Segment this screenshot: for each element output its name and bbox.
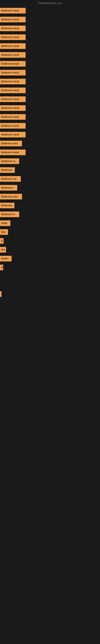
- bar-row: Bottleneck result: [0, 69, 100, 76]
- bars-container: Bottleneck resultBottleneck resultBottle…: [0, 6, 100, 317]
- bottleneck-bar[interactable]: Bottleneck result: [0, 96, 26, 102]
- bottleneck-bar[interactable]: Bottleneck re: [0, 158, 19, 164]
- bottleneck-bar[interactable]: Bottleneck result: [0, 114, 26, 120]
- bottleneck-bar[interactable]: Bottle: [0, 220, 10, 226]
- bar-label: Bottleneck result: [1, 151, 19, 154]
- bar-label: Bottleneck result: [1, 71, 19, 74]
- bottleneck-bar[interactable]: Bottleneck res: [0, 176, 21, 182]
- bar-label: Bottleneck result: [1, 116, 19, 118]
- bar-row: Bottleneck result: [0, 96, 100, 103]
- bar-label: Bottleneck result: [1, 124, 19, 127]
- bottleneck-bar[interactable]: l: [0, 291, 1, 297]
- bar-label: Bottleneck: [1, 204, 12, 207]
- bar-row: Bottleneck resu: [0, 193, 100, 200]
- bar-label: Bottleneck result: [1, 133, 19, 136]
- bar-row: Bottleneck result: [0, 104, 100, 112]
- bar-label: Bottleneck result: [1, 36, 19, 39]
- bottleneck-bar[interactable]: Bottleneck re: [0, 212, 19, 217]
- bar-row: Bottle: [0, 220, 100, 227]
- bar-row: B: [0, 264, 100, 271]
- bar-label: Bottle: [1, 222, 7, 224]
- bar-row: Bottleneck res: [0, 175, 100, 182]
- bottleneck-bar[interactable]: Bottleneck result: [0, 52, 26, 58]
- header: TheBottlenecker.com: [0, 0, 100, 6]
- bar-row: Bottleneck result: [0, 122, 100, 130]
- bottleneck-bar[interactable]: Bottleneck result: [0, 150, 26, 155]
- bottleneck-bar[interactable]: Bot: [0, 247, 6, 252]
- bottleneck-bar[interactable]: B: [0, 265, 3, 270]
- bar-label: Bottleneck result: [1, 54, 19, 56]
- bar-label: Bottleneck resu: [1, 142, 18, 145]
- bar-row: B: [0, 237, 100, 244]
- bottleneck-bar[interactable]: Bottleneck result: [0, 70, 26, 76]
- bar-row: [0, 299, 100, 306]
- bar-row: Bottleneck result: [0, 16, 100, 23]
- bar-row: Bottleneck result: [0, 113, 100, 120]
- bar-row: Bottleneck re: [0, 211, 100, 218]
- bar-row: l: [0, 290, 100, 298]
- bar-row: Bot: [0, 246, 100, 253]
- bar-label: Bottleneck result: [1, 107, 19, 110]
- bar-row: Bottleneck: [0, 202, 100, 209]
- bar-row: Bottleneck r: [0, 184, 100, 192]
- bar-label: Bottleneck res: [1, 178, 16, 180]
- bar-label: Bottleneck result: [1, 89, 19, 92]
- bar-label: Bot: [1, 248, 5, 251]
- bottleneck-bar[interactable]: Bottleneck result: [0, 79, 26, 84]
- bottleneck-bar[interactable]: Bottleneck: [0, 203, 14, 208]
- bar-row: [0, 308, 100, 315]
- bottleneck-bar[interactable]: Bottlen: [0, 256, 12, 262]
- bar-label: l: [1, 292, 1, 296]
- bar-row: Bott: [0, 228, 100, 236]
- bar-label: Bott: [1, 231, 5, 234]
- bar-label: Bottleneck resu: [1, 195, 18, 198]
- bar-label: Bottleneck result: [1, 80, 19, 83]
- bar-label: Bottleneck: [1, 169, 12, 172]
- bottleneck-bar[interactable]: Bottleneck result: [0, 132, 26, 138]
- bar-row: Bottleneck result: [0, 87, 100, 94]
- bar-row: Bottleneck result: [0, 51, 100, 58]
- bottleneck-bar[interactable]: Bottleneck result: [0, 34, 26, 40]
- site-title: TheBottlenecker.com: [38, 2, 62, 5]
- bar-row: Bottleneck re: [0, 158, 100, 165]
- bottleneck-bar[interactable]: Bottleneck result: [0, 105, 26, 111]
- bar-row: Bottleneck result: [0, 149, 100, 156]
- bottleneck-bar[interactable]: Bott: [0, 229, 8, 235]
- bottleneck-bar[interactable]: Bottleneck result: [0, 43, 26, 49]
- bar-row: Bottleneck result: [0, 131, 100, 138]
- bar-row: Bottleneck: [0, 166, 100, 174]
- bar-row: Bottleneck result: [0, 60, 100, 68]
- bar-row: Bottleneck result: [0, 78, 100, 85]
- bar-label: Bottleneck result: [1, 98, 19, 100]
- bottleneck-bar[interactable]: B: [0, 238, 3, 244]
- bottleneck-bar[interactable]: Bottleneck resu: [0, 194, 22, 200]
- bar-row: Bottleneck result: [0, 25, 100, 32]
- bar-row: Bottleneck result: [0, 34, 100, 41]
- bar-label: Bottleneck re: [1, 160, 15, 162]
- bar-label: Bottleneck result: [1, 45, 19, 48]
- bar-label: B: [1, 266, 3, 269]
- bottleneck-bar[interactable]: Bottleneck result: [0, 17, 26, 22]
- bar-label: Bottleneck result: [1, 18, 19, 21]
- bottleneck-bar[interactable]: Bottleneck: [0, 167, 15, 173]
- bottleneck-bar[interactable]: Bottleneck result: [0, 123, 26, 128]
- bar-label: Bottleneck re: [1, 213, 15, 216]
- bar-row: Bottlen: [0, 255, 100, 262]
- bottleneck-bar[interactable]: Bottleneck result: [0, 88, 26, 93]
- bottleneck-bar[interactable]: Bottleneck result: [0, 61, 26, 66]
- bar-label: B: [1, 240, 3, 242]
- bar-label: Bottleneck result: [1, 62, 19, 65]
- bottleneck-bar[interactable]: Bottleneck resu: [0, 141, 22, 146]
- bottleneck-bar[interactable]: Bottleneck result: [0, 8, 26, 14]
- bar-row: Bottleneck resu: [0, 140, 100, 147]
- bar-label: Bottleneck result: [1, 9, 19, 12]
- bar-row: Bottleneck result: [0, 42, 100, 50]
- bottleneck-bar[interactable]: Bottleneck result: [0, 26, 26, 31]
- bar-label: Bottleneck result: [1, 27, 19, 30]
- bar-label: Bottlen: [1, 257, 9, 260]
- bar-row: Bottleneck result: [0, 7, 100, 14]
- bottleneck-bar[interactable]: Bottleneck r: [0, 185, 17, 190]
- bar-row: [0, 282, 100, 289]
- bar-label: Bottleneck r: [1, 186, 14, 189]
- bar-row: [0, 273, 100, 280]
